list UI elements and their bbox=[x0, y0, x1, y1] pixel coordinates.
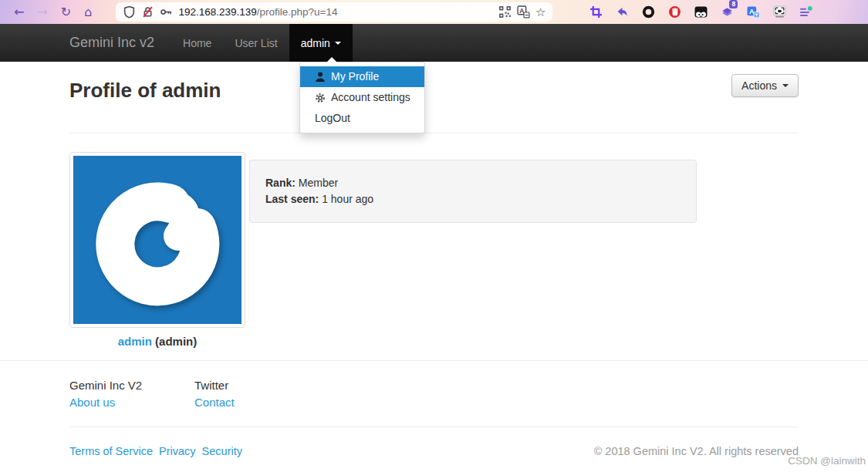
reload-icon[interactable]: ↻ bbox=[61, 6, 71, 19]
lock-disabled-icon[interactable] bbox=[141, 5, 154, 19]
block-hand-icon[interactable] bbox=[668, 5, 681, 19]
translate-page-icon[interactable]: A bbox=[517, 5, 530, 19]
wappalyzer-icon[interactable]: 8 bbox=[721, 5, 734, 19]
menu-item-label: My Profile bbox=[331, 69, 379, 84]
tampermonkey-icon[interactable] bbox=[694, 5, 708, 19]
avatar-column: admin (admin) bbox=[69, 152, 249, 348]
actions-button-label: Actions bbox=[741, 79, 777, 92]
rank-value: Member bbox=[299, 177, 338, 189]
url-bar[interactable]: 192.168.239.139/profile.php?u=14 A ☆ bbox=[116, 2, 552, 22]
legal-links: Terms of Service Privacy Security bbox=[69, 445, 245, 457]
navbar-brand[interactable]: Gemini Inc v2 bbox=[69, 35, 154, 51]
nav-item-home[interactable]: Home bbox=[171, 24, 223, 62]
copyright-text: © 2018 Gemini Inc V2. All rights reserve… bbox=[594, 445, 799, 457]
screenshot-crop-icon[interactable] bbox=[589, 5, 603, 19]
avatar-caption: admin (admin) bbox=[69, 335, 245, 348]
menu-icon[interactable] bbox=[799, 5, 812, 19]
browser-toolbar: ← → ↻ ⌂ 192.168.239.139/profile.php?u=14 bbox=[0, 0, 868, 24]
nav-item-user-list[interactable]: User List bbox=[223, 24, 289, 62]
menu-item-my-profile[interactable]: My Profile bbox=[300, 66, 424, 87]
footer-column-social: Twitter Contact bbox=[194, 379, 319, 409]
last-seen-value: 1 hour ago bbox=[322, 193, 373, 205]
url-path: /profile.php?u=14 bbox=[257, 6, 338, 18]
menu-item-label: LogOut bbox=[315, 111, 350, 126]
security-link[interactable]: Security bbox=[202, 445, 242, 457]
menu-item-account-settings[interactable]: Account settings bbox=[300, 87, 424, 108]
about-us-link[interactable]: About us bbox=[69, 396, 115, 409]
footer-column-company: Gemini Inc V2 About us bbox=[69, 379, 194, 409]
username-suffix: (admin) bbox=[155, 335, 197, 348]
username-link[interactable]: admin bbox=[118, 335, 152, 348]
scanner-icon[interactable] bbox=[773, 5, 786, 19]
avatar-frame bbox=[69, 152, 245, 328]
key-icon[interactable] bbox=[160, 5, 173, 19]
home-icon[interactable]: ⌂ bbox=[84, 6, 92, 19]
main-content: Profile of admin Actions admin bbox=[0, 62, 868, 348]
power-button-glyph bbox=[73, 156, 241, 324]
menu-item-logout[interactable]: LogOut bbox=[300, 108, 424, 129]
url-host: 192.168.239.139 bbox=[178, 6, 256, 18]
user-icon bbox=[315, 72, 326, 83]
footer-divider bbox=[69, 426, 799, 427]
chevron-down-icon bbox=[782, 84, 789, 87]
chevron-down-icon bbox=[335, 42, 341, 45]
rank-label: Rank: bbox=[265, 177, 296, 189]
extension-icons: 8 A bbox=[589, 5, 812, 19]
gear-icon bbox=[315, 93, 326, 103]
terms-link[interactable]: Terms of Service bbox=[69, 445, 153, 457]
bookmark-star-icon[interactable]: ☆ bbox=[535, 5, 545, 19]
site-navbar: Gemini Inc v2 Home User List admin bbox=[0, 24, 868, 62]
admin-menu-label: admin bbox=[301, 37, 330, 49]
nav-item-admin-menu[interactable]: admin bbox=[289, 24, 353, 62]
forward-icon[interactable]: → bbox=[37, 6, 47, 19]
privacy-link[interactable]: Privacy bbox=[159, 445, 196, 457]
screen: ← → ↻ ⌂ 192.168.239.139/profile.php?u=14 bbox=[0, 0, 868, 472]
qr-code-icon[interactable] bbox=[498, 5, 512, 19]
menu-item-label: Account settings bbox=[331, 90, 410, 105]
last-seen-label: Last seen: bbox=[265, 193, 319, 205]
undo-arrow-icon[interactable] bbox=[616, 5, 629, 19]
user-dropdown-menu: My Profile Account settings LogOut bbox=[299, 62, 425, 133]
actions-button[interactable]: Actions bbox=[731, 74, 799, 97]
site-footer: Gemini Inc V2 About us Twitter Contact T… bbox=[0, 360, 868, 472]
rank-row: Rank: Member bbox=[265, 175, 681, 191]
profile-info-panel: Rank: Member Last seen: 1 hour ago bbox=[249, 160, 697, 223]
back-icon[interactable]: ← bbox=[14, 6, 24, 19]
footer-heading: Gemini Inc V2 bbox=[69, 379, 194, 392]
header-divider bbox=[69, 133, 799, 133]
translate-extension-icon[interactable]: A bbox=[747, 5, 760, 19]
shield-icon[interactable] bbox=[123, 5, 136, 19]
footer-heading: Twitter bbox=[194, 379, 319, 392]
dark-ring-icon[interactable] bbox=[642, 5, 655, 19]
last-seen-row: Last seen: 1 hour ago bbox=[265, 191, 681, 207]
avatar bbox=[73, 156, 241, 324]
extension-badge: 8 bbox=[729, 0, 738, 8]
page-title: Profile of admin bbox=[69, 79, 221, 102]
watermark: CSDN @lainwith bbox=[788, 455, 866, 467]
contact-link[interactable]: Contact bbox=[194, 396, 235, 409]
url-text[interactable]: 192.168.239.139/profile.php?u=14 bbox=[178, 6, 493, 18]
